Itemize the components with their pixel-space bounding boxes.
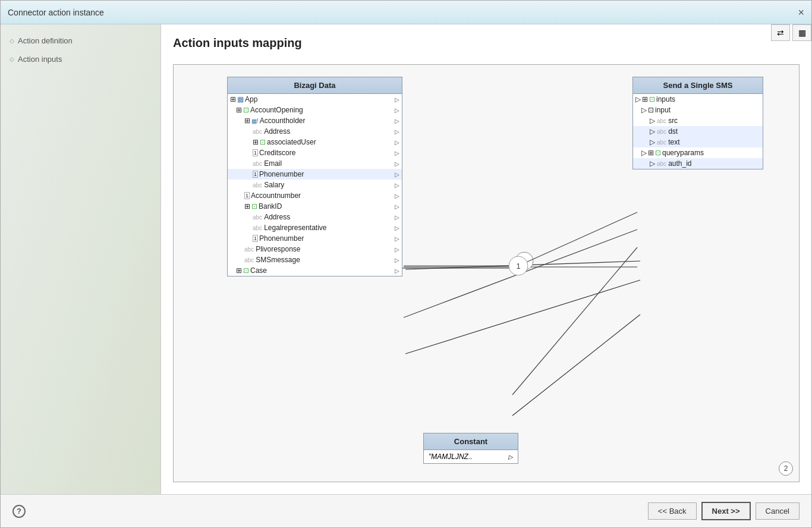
tree-item: 1 Phonenumber ▷ [228,169,402,180]
titlebar: Connector action instance × [1,1,811,24]
constant-panel: Constant "MAMJLJNZ.. ▷ [423,433,518,464]
tree-item: abc Salary ▷ [228,180,402,190]
svg-point-6 [515,252,533,270]
sms-panel-header: Send a Single SMS [633,77,763,94]
bizagi-data-panel: Bizagi Data ⊞ ▦ App ▷ ⊞ ⊡ AccountOpening… [227,77,402,276]
sms-panel: Send a Single SMS ▷ ⊞ ⊡ inputs ▷ ⊡ input… [632,77,763,169]
dialog-body: Action definition Action inputs Action i… [1,24,811,494]
sidebar-item-label: Action definition [18,36,73,45]
cancel-button[interactable]: Cancel [756,502,800,520]
svg-point-12 [509,256,528,275]
tree-item: ▷ abc src [633,115,763,126]
tree-item: ⊞ ▦! Accountholder ▷ [228,115,402,126]
tree-item: abc Legalrepresentative ▷ [228,222,402,233]
tree-item: ⊞ ⊡ AccountOpening ▷ [228,105,402,115]
tree-item: ▷ abc dst [633,126,763,137]
toolbar-icons: ⇄ ▦ [771,24,811,41]
dialog-title: Connector action instance [8,8,104,17]
tree-item: 1 Phonenumber ▷ [228,233,402,244]
tree-item: ⊞ ⊡ Case ▷ [228,265,402,276]
main-content: Action inputs mapping ⇄ ▦ [161,24,811,494]
tree-item: abc Email ▷ [228,158,402,169]
dialog-footer: ? << Back Next >> Cancel [1,494,811,527]
tree-item: abc Plivoresponse ▷ [228,244,402,254]
grid-view-button[interactable]: ▦ [792,24,811,41]
sidebar-item-label: Action inputs [18,55,62,64]
sidebar-item-action-inputs[interactable]: Action inputs [10,55,152,64]
tree-item: abc Address ▷ [228,212,402,222]
tree-item: ▷ abc auth_id [633,158,763,169]
tree-item: ⊞ ⊡ associatedUser ▷ [228,137,402,147]
mapping-area: 1 Bizagi Data ⊞ ▦ App ▷ ⊞ ⊡ Accoun [173,64,800,482]
tree-item: ⊞ ▦ App ▷ [228,94,402,105]
sidebar-item-action-definition[interactable]: Action definition [10,36,152,45]
badge-2: 2 [779,461,793,476]
bizagi-panel-header: Bizagi Data [228,77,402,94]
svg-line-10 [404,230,637,318]
tree-item: abc Address ▷ [228,126,402,137]
tree-item: ▷ ⊞ ⊡ queryparams [633,147,763,158]
svg-line-3 [405,261,640,269]
tree-item: ▷ ⊡ input [633,105,763,115]
svg-line-11 [512,247,637,395]
help-button[interactable]: ? [12,505,26,518]
svg-text:1: 1 [516,262,520,271]
svg-line-5 [512,315,640,416]
sidebar: Action definition Action inputs [1,24,161,494]
tree-item: abc SMSmessage ▷ [228,254,402,265]
tree-item: ▷ abc text [633,137,763,147]
svg-line-4 [405,280,640,354]
next-button[interactable]: Next >> [701,502,751,520]
close-button[interactable]: × [798,7,804,18]
main-title: Action inputs mapping [173,36,800,50]
tree-item: ▷ ⊞ ⊡ inputs [633,94,763,105]
dialog: Connector action instance × Action defin… [0,0,812,528]
tree-item: ⊞ ⊡ BankID ▷ [228,201,402,212]
mapping-view-button[interactable]: ⇄ [771,24,790,41]
constant-value: "MAMJLJNZ.. ▷ [424,450,518,463]
svg-line-9 [518,212,637,266]
tree-item: 1 Accountnumber ▷ [228,190,402,201]
constant-panel-header: Constant [424,433,518,450]
svg-text:1: 1 [522,257,526,266]
back-button[interactable]: << Back [648,502,697,520]
tree-item: 1 Creditscore ▷ [228,147,402,158]
